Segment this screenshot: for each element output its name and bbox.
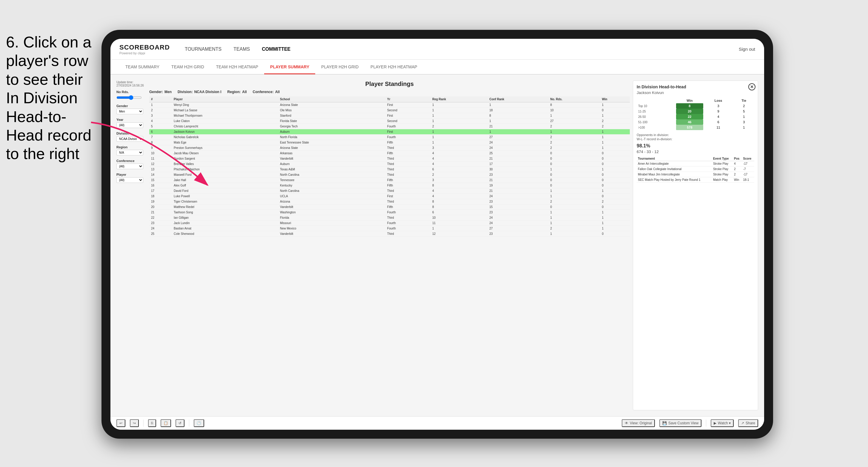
cell-conf: 30: [488, 167, 548, 172]
undo-button[interactable]: ↩: [116, 419, 125, 427]
cell-rds: 0: [548, 205, 600, 210]
nav-tournaments[interactable]: TOURNAMENTS: [185, 44, 221, 54]
cell-player: Bastian Amat: [172, 226, 278, 231]
view-original-button[interactable]: 👁 View: Original: [622, 419, 655, 427]
redo-button[interactable]: ↪: [130, 419, 139, 427]
save-custom-button[interactable]: 💾 Save Custom View: [659, 419, 702, 427]
cell-num: 24: [149, 226, 172, 231]
table-row[interactable]: 20 Matthew Riedel Vanderbilt Fifth 8 15 …: [149, 205, 630, 210]
tab-player-h2h-grid[interactable]: PLAYER H2H GRID: [315, 60, 365, 74]
h2h-panel: ✕ In Division Head-to-Head Jackson Koivu…: [633, 81, 758, 410]
cell-num: 5: [149, 124, 172, 129]
table-row[interactable]: 22 Ian Gilligan Florida Third 10 24 1 1: [149, 215, 630, 220]
cell-num: 10: [149, 151, 172, 156]
cell-reg: 3: [430, 145, 488, 151]
player-select[interactable]: (All): [116, 177, 143, 183]
no-rds-label: No Rds.: [116, 90, 149, 94]
h2h-row: 26-50 22 4 1: [637, 114, 754, 119]
cell-conf: 15: [488, 205, 548, 210]
logo-title: SCOREBOARD: [119, 43, 170, 51]
cell-win: 1: [600, 210, 630, 215]
table-row[interactable]: 14 Maxwell Ford North Carolina Third 2 2…: [149, 172, 630, 178]
table-scroll-area[interactable]: # Player School Yr Reg Rank Conf Rank No…: [149, 96, 630, 237]
tournament-tbody: Amer Ari Intercollegiate Stroke Play 4 -…: [637, 161, 754, 183]
cell-rds: 1: [548, 210, 600, 215]
no-rds-slider[interactable]: [116, 95, 143, 100]
region-filter-group: Region N/A: [116, 145, 149, 155]
table-row[interactable]: 7 Nicholas Gabrelcik North Florida Fourt…: [149, 134, 630, 140]
h2h-win-cell: 46: [676, 119, 703, 125]
table-row[interactable]: 16 Alex Goff Kentucky Fifth 8 19 0 0: [149, 183, 630, 188]
h2h-row: 51-100 46 6 3: [637, 119, 754, 125]
tab-team-h2h-grid[interactable]: TEAM H2H GRID: [165, 60, 210, 74]
no-rds-range[interactable]: [116, 95, 142, 100]
tournament-table: Tournament Event Type Pos Score Amer Ari…: [637, 156, 754, 183]
table-row[interactable]: 8 Mats Ege East Tennessee State Fifth 1 …: [149, 140, 630, 145]
nav-teams[interactable]: TEAMS: [234, 44, 250, 54]
conference-select[interactable]: (All): [116, 163, 143, 169]
table-row[interactable]: 3 Michael Thorbjornsen Stanford First 1 …: [149, 113, 630, 119]
year-filter-group: Year (All): [116, 118, 149, 128]
table-row[interactable]: 4 Luke Claton Florida State Second 1 1 2…: [149, 119, 630, 124]
cell-conf: 23: [488, 199, 548, 205]
cell-yr: Fifth: [385, 183, 430, 188]
table-row[interactable]: 15 Jake Hall Tennessee Fifth 3 21 0 0: [149, 178, 630, 183]
watch-button[interactable]: ▶ Watch ▾: [711, 419, 734, 427]
cell-school: Arizona: [278, 199, 385, 205]
share-button[interactable]: ↗ Share: [738, 419, 758, 427]
table-row[interactable]: 23 Jack Lundin Missouri Fourth 11 24 1 1: [149, 220, 630, 226]
cell-reg: 1: [430, 102, 488, 108]
tab-player-h2h-heatmap[interactable]: PLAYER H2H HEATMAP: [365, 60, 423, 74]
paste-button[interactable]: 📋: [161, 419, 171, 427]
toolbar-separator-1: [143, 419, 144, 427]
table-row[interactable]: 17 David Ford North Carolina Third 4 21 …: [149, 188, 630, 194]
cell-conf: 24: [488, 220, 548, 226]
year-select[interactable]: (All): [116, 122, 143, 128]
cell-rds: 0: [548, 172, 600, 178]
nav-items: TOURNAMENTS TEAMS COMMITTEE: [185, 44, 739, 54]
cell-yr: Fifth: [385, 178, 430, 183]
tab-team-h2h-heatmap[interactable]: TEAM H2H HEATMAP: [210, 60, 264, 74]
nav-committee[interactable]: COMMITTEE: [262, 44, 290, 54]
t-score: 18-1: [742, 177, 754, 183]
cell-school: Stanford: [278, 113, 385, 119]
division-select[interactable]: NCAA Division I: [116, 136, 143, 142]
cell-yr: Third: [385, 161, 430, 167]
update-time-label: Update time:: [116, 81, 149, 84]
table-row[interactable]: 19 Tiger Christensen Arizona Third 8 23 …: [149, 199, 630, 205]
cell-rds: 2: [548, 226, 600, 231]
table-row[interactable]: 24 Bastian Amat New Mexico Fourth 1 27 2…: [149, 226, 630, 231]
table-row[interactable]: 12 Brendan Valles Auburn Third 4 17 0 0: [149, 161, 630, 167]
table-row[interactable]: 21 Taehoon Song Washington Fourth 6 23 1…: [149, 210, 630, 215]
table-row[interactable]: 11 Gordon Sargent Vanderbilt Third 4 21 …: [149, 156, 630, 161]
cell-player: Maxwell Ford: [172, 172, 278, 178]
h2h-row: 11-25 20 9 5: [637, 108, 754, 114]
table-row[interactable]: 9 Preston Summerhays Arizona State Third…: [149, 145, 630, 151]
cell-school: Florida: [278, 215, 385, 220]
table-row[interactable]: 5 Christo Lamprecht Georgia Tech Fourth …: [149, 124, 630, 129]
cell-win: 2: [600, 199, 630, 205]
table-row[interactable]: 1 Wenyi Ding Arizona State First 1 1 8 1: [149, 102, 630, 108]
table-row[interactable]: 6 Jackson Koivun Auburn First 1 1 1 1: [149, 129, 630, 134]
h2h-tie-cell: 5: [733, 108, 754, 114]
tab-player-summary[interactable]: PLAYER SUMMARY: [264, 60, 315, 74]
cell-conf: 24: [488, 145, 548, 151]
tab-team-summary[interactable]: TEAM SUMMARY: [119, 60, 165, 74]
gender-select[interactable]: Men: [116, 108, 143, 114]
cell-rds: 1: [548, 231, 600, 237]
cell-school: North Carolina: [278, 188, 385, 194]
sign-out-button[interactable]: Sign out: [739, 46, 755, 52]
view-original-label: View: Original: [630, 421, 652, 425]
close-h2h-button[interactable]: ✕: [748, 83, 755, 90]
copy-button[interactable]: ⎘: [148, 419, 156, 427]
toolbar-separator-2: [189, 419, 189, 427]
clock-button[interactable]: 🕐: [194, 419, 204, 427]
table-row[interactable]: 25 Cole Sherwood Vanderbilt Third 12 23 …: [149, 231, 630, 237]
reset-button[interactable]: ↺: [176, 419, 184, 427]
table-row[interactable]: 2 Michael La Sasse Ole Miss Second 1 18 …: [149, 108, 630, 113]
cell-player: Jack Lundin: [172, 220, 278, 226]
table-row[interactable]: 13 Phichaksn Maichon Texas A&M Third 6 3…: [149, 167, 630, 172]
table-row[interactable]: 18 Luke Powell UCLA First 4 24 1 0: [149, 194, 630, 199]
table-row[interactable]: 10 Jacob Mau Olesen Arkansas Fifth 4 25 …: [149, 151, 630, 156]
region-select[interactable]: N/A: [116, 150, 143, 155]
